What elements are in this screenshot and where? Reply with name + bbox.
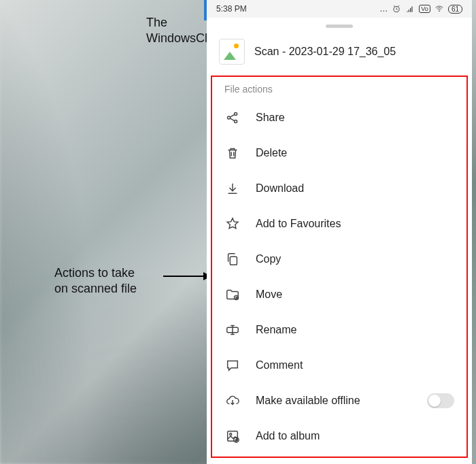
offline-label: Make available offline	[256, 395, 360, 407]
rename-icon	[224, 322, 241, 338]
annotation-line2: on scanned file	[54, 281, 163, 297]
download-action[interactable]: Download	[218, 171, 461, 206]
favourites-label: Add to Favourites	[256, 218, 341, 230]
comment-icon	[224, 357, 241, 374]
download-icon	[224, 180, 241, 197]
move-action[interactable]: Move	[218, 277, 461, 312]
image-icon-sun	[234, 44, 239, 48]
vo-icon: Vo	[419, 5, 430, 13]
copy-label: Copy	[256, 253, 281, 265]
image-icon-mountain	[224, 52, 236, 60]
rename-label: Rename	[256, 324, 296, 336]
move-folder-icon	[224, 286, 241, 303]
copy-icon	[224, 251, 241, 267]
move-label: Move	[256, 288, 282, 301]
battery-icon: 61	[448, 5, 462, 14]
alarm-icon	[392, 4, 401, 14]
signal-icon	[405, 4, 415, 14]
comment-action[interactable]: Comment	[218, 348, 461, 383]
svg-point-3	[235, 112, 237, 115]
copy-action[interactable]: Copy	[218, 242, 461, 277]
share-icon	[224, 110, 241, 126]
bottom-sheet: Scan - 2023-01-29 17_36_05 File actions …	[207, 24, 472, 458]
wifi-icon	[435, 4, 444, 14]
album-action[interactable]: Add to album	[218, 418, 461, 454]
rename-action[interactable]: Rename	[218, 312, 461, 348]
file-header: Scan - 2023-01-29 17_36_05	[207, 36, 472, 76]
offline-toggle[interactable]	[427, 393, 454, 408]
file-actions-panel: File actions Share Delete	[211, 76, 468, 458]
share-action[interactable]: Share	[218, 100, 461, 135]
section-title: File actions	[218, 84, 461, 100]
background-leaf	[0, 0, 218, 464]
status-icons: … Vo 61	[379, 4, 462, 14]
annotation-line1: Actions to take	[54, 265, 163, 281]
svg-rect-5	[230, 256, 237, 265]
cloud-download-icon	[224, 393, 241, 409]
svg-point-9	[230, 433, 232, 435]
delete-action[interactable]: Delete	[218, 135, 461, 171]
svg-point-2	[227, 116, 230, 119]
annotation-arrow	[163, 276, 211, 277]
status-time: 5:38 PM	[216, 4, 247, 14]
svg-point-1	[439, 11, 440, 12]
dots-icon: …	[379, 4, 388, 14]
delete-label: Delete	[256, 147, 287, 159]
action-list: Share Delete Download	[218, 100, 461, 454]
file-name: Scan - 2023-01-29 17_36_05	[254, 46, 396, 58]
file-thumbnail	[219, 39, 245, 65]
drag-handle[interactable]	[326, 24, 353, 28]
trash-icon	[224, 145, 241, 161]
annotation-text: Actions to take on scanned file	[54, 265, 163, 297]
favourites-action[interactable]: Add to Favourites	[218, 206, 461, 242]
add-album-icon	[224, 428, 241, 444]
comment-label: Comment	[256, 359, 303, 371]
share-label: Share	[256, 112, 285, 124]
download-label: Download	[256, 182, 304, 195]
status-bar: 5:38 PM … Vo 61	[207, 0, 472, 18]
album-label: Add to album	[256, 430, 320, 442]
phone-frame: 5:38 PM … Vo 61 Scan - 2023-01-29 17_36_…	[207, 0, 472, 464]
offline-action[interactable]: Make available offline	[218, 383, 461, 418]
svg-point-4	[235, 120, 237, 122]
star-icon	[224, 216, 241, 232]
